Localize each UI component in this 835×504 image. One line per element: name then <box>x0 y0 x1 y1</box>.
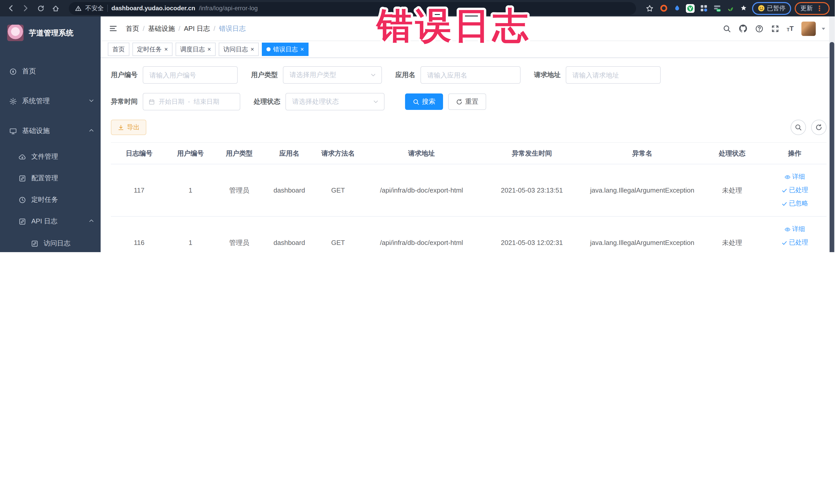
table-row: 117 1 管理员 dashboard GET /api/infra/db-do… <box>111 164 827 216</box>
paused-label: 已暂停 <box>767 4 786 13</box>
home-icon[interactable] <box>50 3 61 14</box>
close-icon[interactable] <box>250 46 254 53</box>
process-status-select[interactable]: 请选择处理状态 <box>285 93 385 110</box>
filter-row-2: 异常时间 开始日期 - 结束日期 处理状态 请选择处理状态 <box>111 93 827 110</box>
toggle-search-button[interactable] <box>791 120 806 135</box>
update-button[interactable]: 更新 <box>795 2 830 15</box>
close-icon[interactable] <box>207 46 211 53</box>
eye-icon <box>785 226 791 233</box>
extension-icon[interactable] <box>726 3 735 13</box>
status-text: 未处理 <box>701 186 763 195</box>
edit-icon <box>19 174 26 182</box>
breadcrumb-api-logs[interactable]: API 日志 <box>184 24 219 33</box>
tab-error-log[interactable]: 错误日志 <box>262 43 308 56</box>
detail-link[interactable]: 详细 <box>785 173 805 181</box>
breadcrumb-home[interactable]: 首页 <box>126 24 148 33</box>
hamburger-icon[interactable] <box>109 24 118 33</box>
font-size-icon[interactable]: TT <box>787 25 794 32</box>
extension-icon[interactable] <box>659 3 668 13</box>
extension-icon[interactable] <box>699 3 709 13</box>
avatar[interactable] <box>801 21 816 36</box>
processed-link[interactable]: 已处理 <box>781 238 808 247</box>
screen: 不安全 dashboard.yudao.iocoder.cn/infra/log… <box>0 0 835 252</box>
cell-url: /api/infra/db-doc/export-html <box>363 186 481 194</box>
extension-icon[interactable]: on <box>712 3 722 13</box>
sidebar-item-infrastructure[interactable]: 基础设施 <box>0 116 101 146</box>
url-path: /infra/log/api-error-log <box>199 5 258 12</box>
export-button[interactable]: 导出 <box>111 120 146 135</box>
user-menu-caret-icon[interactable] <box>820 25 827 32</box>
tab-scheduled-tasks[interactable]: 定时任务 <box>133 43 172 56</box>
refresh-icon <box>815 124 822 131</box>
gear-icon <box>9 97 17 105</box>
breadcrumb: 首页 基础设施 API 日志 错误日志 <box>126 24 246 33</box>
tab-home[interactable]: 首页 <box>108 43 129 56</box>
paused-extension-badge[interactable]: 已暂停 <box>752 2 791 15</box>
cell-method: GET <box>314 239 363 246</box>
help-icon[interactable] <box>755 24 763 33</box>
fullscreen-icon[interactable] <box>771 24 779 33</box>
user-id-input[interactable] <box>143 66 238 84</box>
search-icon <box>795 124 802 131</box>
app-title: 芋道管理系统 <box>29 28 74 38</box>
github-icon[interactable] <box>738 24 747 33</box>
sidebar-item-home[interactable]: 首页 <box>0 57 101 86</box>
detail-link[interactable]: 详细 <box>785 225 805 234</box>
monitor-icon <box>9 127 17 135</box>
main-area: 首页 基础设施 API 日志 错误日志 TT <box>101 16 835 252</box>
sidebar-item-api-logs[interactable]: API 日志 <box>0 210 101 232</box>
forward-icon[interactable] <box>20 3 31 14</box>
request-url-input[interactable] <box>566 66 661 84</box>
cell-time: 2021-05-03 12:02:31 <box>481 239 583 246</box>
browser-menu-icon[interactable] <box>815 4 824 12</box>
sidebar-item-system-mgmt[interactable]: 系统管理 <box>0 86 101 116</box>
refresh-icon <box>456 98 463 105</box>
user-type-select[interactable]: 请选择用户类型 <box>283 66 382 84</box>
check-icon <box>781 187 788 193</box>
edit-icon <box>31 240 39 247</box>
sidebar-item-file-mgmt[interactable]: 文件管理 <box>0 146 101 167</box>
cell-user-type: 管理员 <box>213 186 265 195</box>
back-icon[interactable] <box>5 3 16 14</box>
chevron-down-icon <box>370 72 376 78</box>
extension-icon[interactable] <box>672 3 682 13</box>
bookmark-star-icon[interactable] <box>644 3 655 14</box>
extension-icon[interactable] <box>739 3 749 13</box>
search-icon[interactable] <box>722 24 731 33</box>
sidebar-item-access-log[interactable]: 访问日志 <box>0 232 101 252</box>
sidebar-item-scheduled-tasks[interactable]: 定时任务 <box>0 189 101 210</box>
smiley-icon <box>758 5 765 12</box>
cell-method: GET <box>314 186 363 194</box>
tab-schedule-log[interactable]: 调度日志 <box>176 43 216 56</box>
sidebar-item-config-mgmt[interactable]: 配置管理 <box>0 167 101 189</box>
search-icon <box>413 98 420 105</box>
app-logo-row[interactable]: 芋道管理系统 <box>0 16 101 49</box>
chevron-down-icon <box>373 99 379 105</box>
url-host: dashboard.yudao.iocoder.cn <box>111 5 195 12</box>
ignored-link[interactable]: 已忽略 <box>781 199 808 208</box>
close-icon[interactable] <box>164 46 168 53</box>
breadcrumb-infrastructure[interactable]: 基础设施 <box>148 24 184 33</box>
refresh-table-button[interactable] <box>811 120 827 135</box>
cell-time: 2021-05-03 23:13:51 <box>481 186 583 194</box>
not-secure-icon <box>75 5 82 12</box>
navbar-actions: TT <box>722 21 827 36</box>
processed-link[interactable]: 已处理 <box>781 186 808 195</box>
close-icon[interactable] <box>300 46 304 53</box>
not-secure-label: 不安全 <box>85 4 104 13</box>
check-icon <box>781 240 788 246</box>
scrollbar-thumb[interactable] <box>830 42 834 252</box>
cell-user-id: 1 <box>167 239 213 246</box>
address-bar[interactable]: 不安全 dashboard.yudao.iocoder.cn/infra/log… <box>69 2 636 15</box>
app-name-input[interactable] <box>421 66 521 84</box>
extension-icon[interactable] <box>685 3 695 13</box>
cell-actions: 详细 已处理 已忽略 <box>763 173 827 208</box>
ignored-link[interactable]: 已忽略 <box>781 251 808 252</box>
tab-access-log[interactable]: 访问日志 <box>219 43 259 56</box>
reset-button[interactable]: 重置 <box>448 94 486 110</box>
exception-time-range-picker[interactable]: 开始日期 - 结束日期 <box>143 93 240 110</box>
clock-icon <box>19 196 26 204</box>
search-button[interactable]: 搜索 <box>405 94 443 110</box>
reload-icon[interactable] <box>35 3 46 14</box>
start-date-placeholder: 开始日期 <box>159 97 184 106</box>
